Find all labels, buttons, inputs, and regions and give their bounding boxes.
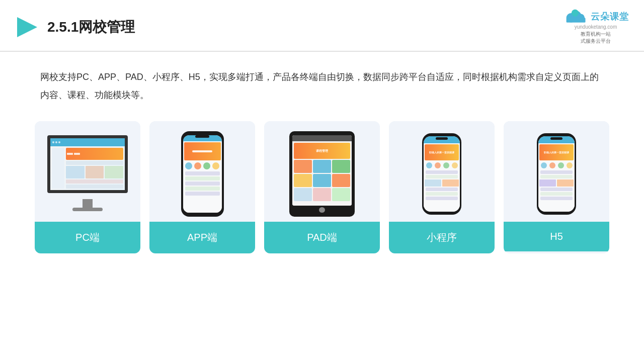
screen-dot [55,141,57,143]
tablet-card7 [294,188,312,201]
h5-phone-banner: 职场人的第一堂技能课 [539,144,574,160]
tablet-cards-row3 [294,188,350,201]
tablet-card2 [313,160,331,173]
tablet-card9 [332,188,350,201]
description-text: 网校支持PC、APP、PAD、小程序、H5，实现多端打通，产品各终端自由切换，数… [40,68,604,104]
tablet-home-btn [319,207,325,213]
card-image-app [149,121,255,222]
tablet-card8 [313,188,331,201]
card-miniprogram: 职场人的第一堂技能课 [389,121,495,253]
phone-small-card1 [425,179,441,187]
card-label-pc: PC端 [35,222,140,253]
pad-tablet-mockup: 课程管理 [289,131,355,217]
phone-small-banner-text: 职场人的第一堂技能课 [429,151,454,154]
tablet-card6 [332,174,350,187]
screen-dot [58,141,60,143]
svg-rect-4 [567,18,586,22]
phone-small-icon4 [452,162,458,168]
phone-small-notch [436,137,448,140]
phone-notch [195,135,209,138]
phone-small-icon2 [435,162,441,168]
h5-phone-banner-text: 职场人的第一堂技能课 [544,151,569,154]
h5-row3 [540,188,573,191]
phone-small-banner: 职场人的第一堂技能课 [425,144,459,160]
pc-monitor-mockup [45,135,130,213]
card-h5: 职场人的第一堂技能课 [504,121,609,253]
phone-small-row1 [426,170,458,174]
header-left: 2.5.1网校管理 [15,15,135,39]
phone-content [183,141,222,213]
phone-small-icon1 [426,162,432,168]
phone-list1 [185,171,220,175]
phone-banner-line [192,150,212,152]
app-phone-mockup [181,131,224,217]
phone-small-screen: 职场人的第一堂技能课 [424,136,460,212]
monitor-screen [47,135,128,193]
phone-list4 [185,187,220,191]
screen-row1 [66,161,123,165]
card-image-pc [35,121,140,222]
screen-content [50,138,125,190]
h5-icon4 [567,162,573,168]
logo-url: yunduoketang.com [575,24,617,30]
phone-small-row4 [426,192,458,196]
h5-card1 [539,179,556,187]
svg-point-5 [572,10,579,17]
logo-tagline: 教育机构一站 式服务云平台 [581,31,611,45]
screen-banner-text [67,153,73,155]
tablet-cards-row2 [294,174,350,187]
phone-screen [183,135,222,213]
card-app: APP端 [149,121,255,253]
svg-marker-0 [17,17,37,37]
screen-mini-card3 [105,166,123,178]
play-icon [15,15,39,39]
header: 2.5.1网校管理 云朵课堂 yunduoketang.com 教育机构一站 式… [0,0,644,52]
phone-list3 [185,182,220,186]
monitor-stand [83,199,93,208]
screen-sidebar [52,148,64,189]
tablet-banner: 课程管理 [294,143,350,159]
screen-row3 [66,185,123,189]
card-label-miniprogram: 小程序 [389,222,495,253]
h5-row1 [540,170,573,174]
phone-banner [184,142,221,160]
phone-small-row5 [426,197,458,200]
cloud-icon [562,9,588,24]
card-label-app: APP端 [149,222,255,253]
miniprogram-phone-mockup: 职场人的第一堂技能课 [422,133,461,215]
cards-section: PC端 [0,116,644,258]
h5-phone-mockup: 职场人的第一堂技能课 [537,133,576,215]
logo-area: 云朵课堂 yunduoketang.com 教育机构一站 式服务云平台 [562,9,629,45]
phone-icon2 [194,162,201,169]
phone-small-card2 [442,179,459,187]
monitor-base [72,208,103,211]
screen-mini-card2 [86,166,104,178]
screen-mini-card1 [66,166,85,178]
card-pad: 课程管理 [264,121,380,253]
phone-small-row2 [426,175,458,178]
tablet-banner-text: 课程管理 [316,149,328,153]
tablet-card5 [313,174,331,187]
h5-phone-content: 职场人的第一堂技能课 [538,143,575,212]
tablet-status-bar [292,135,352,141]
phone-icon1 [185,162,192,169]
logo-cloud: 云朵课堂 [562,9,629,24]
tablet-card1 [294,160,312,173]
screen-cards-row [66,166,123,178]
page-title: 2.5.1网校管理 [47,18,135,37]
screen-dot [52,141,54,143]
h5-icon3 [558,162,564,168]
phone-icon3 [203,162,210,169]
screen-banner-text2 [74,153,80,155]
card-label-pad: PAD端 [264,222,380,253]
screen-header-bar [50,138,125,146]
phone-small-content: 职场人的第一堂技能课 [424,143,460,212]
phone-list5 [185,192,220,196]
screen-row2 [66,179,123,184]
h5-card2 [557,179,574,187]
phone-small-card-row [425,179,459,187]
description: 网校支持PC、APP、PAD、小程序、H5，实现多端打通，产品各终端自由切换，数… [0,52,644,116]
card-image-pad: 课程管理 [264,121,380,222]
card-image-miniprogram: 职场人的第一堂技能课 [389,121,495,222]
phone-small-icons [425,161,459,169]
